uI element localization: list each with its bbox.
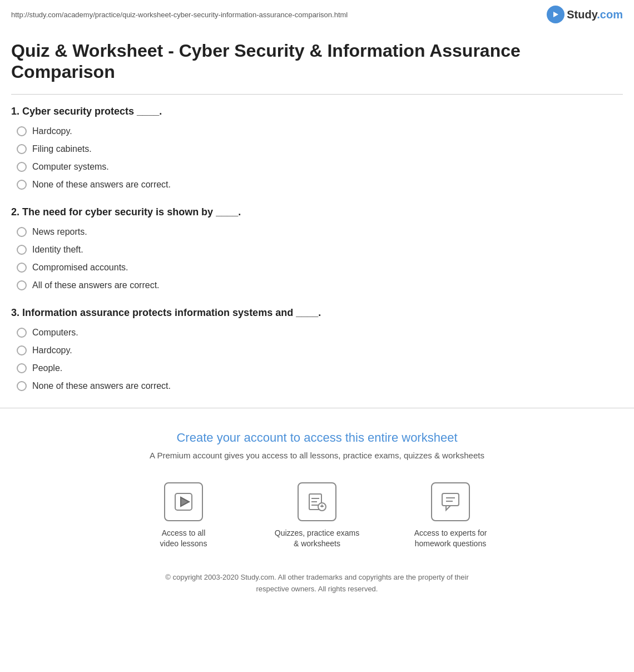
- logo: Study.com: [547, 6, 623, 23]
- radio-3-1[interactable]: [17, 328, 27, 338]
- main-content: Quiz & Worksheet - Cyber Security & Info…: [0, 29, 634, 391]
- option-3-3-label: People.: [32, 363, 62, 373]
- radio-2-1[interactable]: [17, 227, 27, 237]
- radio-2-3[interactable]: [17, 263, 27, 273]
- logo-study: Study: [567, 8, 597, 21]
- svg-rect-10: [442, 493, 459, 506]
- radio-1-1[interactable]: [17, 126, 27, 136]
- question-3: 3. Information assurance protects inform…: [11, 307, 623, 391]
- feature-quiz: Quizzes, practice exams& worksheets: [273, 482, 361, 550]
- option-2-1-label: News reports.: [32, 227, 87, 237]
- quiz-icon: [307, 492, 327, 512]
- cta-subtitle: A Premium account gives you access to al…: [11, 451, 623, 460]
- video-icon-box: [164, 482, 203, 521]
- question-3-text: 3. Information assurance protects inform…: [11, 307, 623, 319]
- radio-3-3[interactable]: [17, 363, 27, 373]
- radio-1-4[interactable]: [17, 180, 27, 190]
- option-2-3-label: Compromised accounts.: [32, 263, 128, 273]
- option-2-2-label: Identity theft.: [32, 245, 83, 255]
- option-1-4-label: None of these answers are correct.: [32, 180, 171, 190]
- option-3-1-label: Computers.: [32, 328, 78, 338]
- option-3-4[interactable]: None of these answers are correct.: [11, 381, 623, 391]
- cta-title: Create your account to access this entir…: [11, 431, 623, 445]
- svg-marker-2: [181, 497, 189, 506]
- option-2-2[interactable]: Identity theft.: [11, 245, 623, 255]
- option-3-2-label: Hardcopy.: [32, 345, 72, 355]
- option-3-2[interactable]: Hardcopy.: [11, 345, 623, 355]
- option-1-4[interactable]: None of these answers are correct.: [11, 180, 623, 190]
- option-3-4-label: None of these answers are correct.: [32, 381, 171, 391]
- option-1-1-label: Hardcopy.: [32, 126, 72, 136]
- radio-2-2[interactable]: [17, 245, 27, 255]
- chat-icon: [440, 492, 460, 512]
- question-2: 2. The need for cyber security is shown …: [11, 206, 623, 290]
- logo-text: Study.com: [567, 8, 623, 21]
- url-display: http://study.com/academy/practice/quiz-w…: [11, 11, 348, 19]
- option-2-4-label: All of these answers are correct.: [32, 280, 160, 290]
- option-1-2-label: Filing cabinets.: [32, 144, 92, 154]
- features-row: Access to allvideo lessons Quizzes, prac…: [11, 482, 623, 550]
- question-1-text: 1. Cyber security protects ____.: [11, 106, 623, 117]
- radio-3-2[interactable]: [17, 345, 27, 355]
- feature-quiz-label: Quizzes, practice exams& worksheets: [275, 528, 360, 550]
- copyright: © copyright 2003-2020 Study.com. All oth…: [150, 572, 484, 595]
- question-2-text: 2. The need for cyber security is shown …: [11, 206, 623, 218]
- feature-expert: Access to experts forhomework questions: [406, 482, 495, 550]
- option-2-3[interactable]: Compromised accounts.: [11, 263, 623, 273]
- option-2-1[interactable]: News reports.: [11, 227, 623, 237]
- option-3-1[interactable]: Computers.: [11, 328, 623, 338]
- option-3-3[interactable]: People.: [11, 363, 623, 373]
- title-divider: [11, 94, 623, 95]
- logo-icon: [547, 6, 564, 23]
- page-title: Quiz & Worksheet - Cyber Security & Info…: [11, 40, 623, 83]
- option-1-1[interactable]: Hardcopy.: [11, 126, 623, 136]
- option-1-3[interactable]: Computer systems.: [11, 162, 623, 172]
- option-1-3-label: Computer systems.: [32, 162, 109, 172]
- play-icon: [174, 492, 194, 512]
- radio-2-4[interactable]: [17, 280, 27, 290]
- radio-3-4[interactable]: [17, 381, 27, 391]
- footer: Create your account to access this entir…: [0, 408, 634, 606]
- option-1-2[interactable]: Filing cabinets.: [11, 144, 623, 154]
- radio-1-2[interactable]: [17, 144, 27, 154]
- quiz-icon-box: [298, 482, 336, 521]
- feature-video: Access to allvideo lessons: [139, 482, 228, 550]
- option-2-4[interactable]: All of these answers are correct.: [11, 280, 623, 290]
- question-1: 1. Cyber security protects ____. Hardcop…: [11, 106, 623, 190]
- top-bar: http://study.com/academy/practice/quiz-w…: [0, 0, 634, 29]
- expert-icon-box: [431, 482, 470, 521]
- feature-video-label: Access to allvideo lessons: [160, 528, 207, 550]
- svg-marker-0: [553, 12, 558, 17]
- logo-dot: .com: [597, 8, 623, 21]
- feature-expert-label: Access to experts forhomework questions: [414, 528, 487, 550]
- radio-1-3[interactable]: [17, 162, 27, 172]
